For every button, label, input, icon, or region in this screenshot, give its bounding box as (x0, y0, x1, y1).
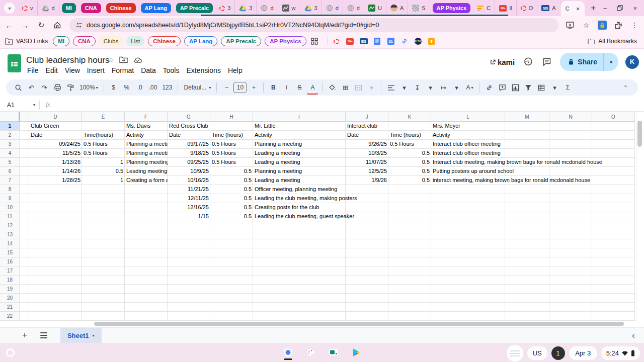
select-all-corner[interactable] (0, 112, 20, 122)
column-header-F[interactable]: F (125, 112, 168, 122)
badge-red-icon[interactable]: 10+ (346, 37, 355, 46)
cell-K7[interactable]: 0.5 (388, 176, 431, 185)
menu-help[interactable]: Help (224, 65, 246, 75)
cell-J2[interactable]: Date (346, 131, 388, 140)
tab-close-icon[interactable]: × (576, 5, 580, 13)
notification-thumbnail[interactable] (507, 345, 523, 361)
install-app-icon[interactable] (564, 19, 577, 32)
row-header-12[interactable]: 12 (0, 221, 20, 230)
play-store-icon[interactable] (349, 345, 364, 360)
time-status-area[interactable]: 5:24 (601, 346, 640, 360)
column-header-J[interactable]: J (346, 112, 388, 122)
sheetbar-scroll-left-icon[interactable]: ‹ (632, 330, 644, 341)
browser-tab[interactable]: C (473, 1, 495, 16)
menu-data[interactable]: Data (137, 65, 159, 75)
cell-G9[interactable]: 12/11/25 (168, 194, 210, 203)
decrease-decimal-button[interactable]: .0 (134, 81, 146, 94)
row-header-3[interactable]: 3 (0, 140, 20, 149)
cell-L1[interactable]: Mrs. Meyer (431, 122, 505, 131)
column-header-O[interactable]: O (592, 112, 635, 122)
fill-color-button[interactable] (326, 81, 338, 94)
menu-edit[interactable]: Edit (42, 65, 61, 75)
strikethrough-button[interactable]: S (293, 81, 305, 94)
site-info-icon[interactable] (75, 22, 83, 29)
browser-tab[interactable]: SISA (537, 1, 560, 16)
cell-K5[interactable]: 0.5 (388, 158, 431, 167)
chrome-icon[interactable] (281, 345, 296, 360)
increase-decimal-button[interactable]: .00 (147, 81, 159, 94)
browser-tab[interactable]: A (386, 1, 408, 16)
forward-button[interactable]: → (18, 18, 32, 32)
row-header-4[interactable]: 4 (0, 149, 20, 158)
cell-H4[interactable]: 0.5 Hours (210, 149, 253, 158)
bookmark-pill-list[interactable]: List (126, 36, 144, 46)
cell-H11[interactable]: 0.5 (210, 212, 253, 221)
canvas-red-icon[interactable] (303, 345, 318, 360)
cell-F7[interactable]: Creating a form a (125, 176, 168, 185)
row-header-17[interactable]: 17 (0, 266, 20, 276)
kami-extension-button[interactable]: kami (490, 58, 515, 66)
doc-blue-icon[interactable] (373, 37, 382, 46)
tab-group-chip-ap-physics[interactable]: AP Physics (433, 3, 471, 13)
bookmark-pill-chinese[interactable]: Chinese (148, 36, 181, 46)
column-header-I[interactable]: I (253, 112, 346, 122)
bookmark-star-icon[interactable]: ☆ (580, 19, 593, 32)
browser-tab[interactable]: U (364, 1, 386, 16)
tab-group-chip-ap-precalc[interactable]: AP Precalc (176, 3, 213, 13)
cell-G7[interactable]: 10/16/25 (168, 176, 210, 185)
cell-F5[interactable]: Planning meeting (125, 158, 168, 167)
horizontal-align-button[interactable] (385, 81, 397, 94)
tab-group-chip-ap-lang[interactable]: AP Lang (141, 3, 171, 13)
extension-lock-icon[interactable] (596, 19, 609, 32)
minimize-button[interactable]: − (603, 5, 607, 12)
cell-D6[interactable]: 1/14/26 (29, 167, 82, 176)
browser-tab[interactable]: d (343, 1, 364, 16)
column-header-M[interactable]: M (505, 112, 549, 122)
browser-tab[interactable]: 3 (215, 1, 235, 16)
cell-I10[interactable]: Creating posts for the club (253, 203, 346, 212)
lock-orange-icon[interactable] (427, 37, 436, 46)
browser-tab[interactable]: d (322, 1, 343, 16)
cell-I2[interactable]: Activity (253, 131, 346, 140)
share-button[interactable]: Share ▾ (560, 53, 618, 71)
column-header-D[interactable]: D (29, 112, 82, 122)
column-header-N[interactable]: N (549, 112, 592, 122)
cell-H7[interactable]: 0.5 (210, 176, 253, 185)
notification-count-badge[interactable]: 1 (551, 346, 565, 360)
font-select[interactable]: Defaul...▾ (182, 81, 213, 94)
cell-J6[interactable]: 12/5/25 (346, 167, 388, 176)
cell-L5[interactable]: Interact club meeting, making brown bags… (431, 158, 604, 167)
percent-format-button[interactable]: % (121, 81, 133, 94)
launcher-button[interactable] (6, 348, 15, 357)
document-title[interactable]: Club leadership hours (26, 55, 109, 65)
bookmark-pill-ap-lang[interactable]: AP Lang (184, 36, 217, 46)
bookmark-pill-ap-physics[interactable]: AP Physics (265, 36, 306, 46)
sis-blue-icon[interactable]: SIS (359, 37, 368, 46)
column-header-G[interactable]: G (168, 112, 210, 122)
number-format-button[interactable]: 123 (160, 81, 174, 94)
borders-button[interactable]: ⊞ (339, 81, 351, 94)
row-header-19[interactable]: 19 (0, 285, 20, 294)
text-wrap-button[interactable]: ↦ (437, 81, 449, 94)
cell-E4[interactable]: 0.5 Hours (82, 149, 125, 158)
horizontal-scrollbar[interactable] (0, 321, 644, 327)
comments-icon[interactable] (541, 56, 553, 68)
row-header-8[interactable]: 8 (0, 185, 20, 194)
font-size-input[interactable]: 10 (233, 82, 247, 93)
row-header-7[interactable]: 7 (0, 176, 20, 185)
browser-tab[interactable]: S (408, 1, 430, 16)
cell-G4[interactable]: 9/18/25 (168, 149, 210, 158)
cell-H6[interactable]: 0.5 (210, 167, 253, 176)
cell-F1[interactable]: Ms. Davis (125, 122, 168, 131)
menu-extensions[interactable]: Extensions (183, 65, 224, 75)
reload-button[interactable]: ↻ (34, 18, 48, 32)
increase-font-size-button[interactable]: + (248, 81, 260, 94)
browser-tab[interactable]: v (18, 1, 38, 16)
bookmark-folder-vasd-links[interactable]: VASD Links (5, 38, 48, 45)
name-box-dropdown[interactable]: ▾ (33, 103, 35, 107)
cell-F2[interactable]: Activity (125, 131, 168, 140)
table-button[interactable] (535, 81, 547, 94)
row-header-13[interactable]: 13 (0, 230, 20, 239)
all-sheets-menu-icon[interactable] (40, 332, 47, 338)
cell-E2[interactable]: Time(hours) (82, 131, 125, 140)
